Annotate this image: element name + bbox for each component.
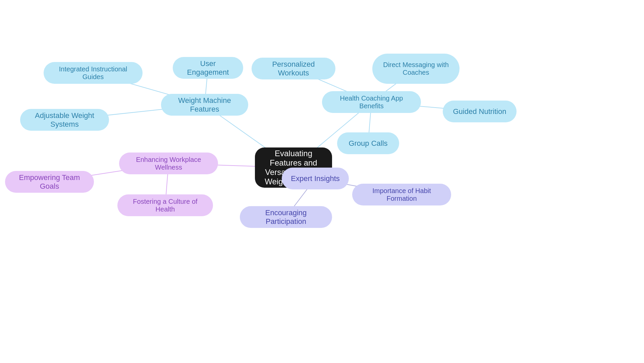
adjustable-weight-node: Adjustable Weight Systems [20,109,109,131]
user-engagement-label: User Engagement [181,59,235,77]
integrated-instructional-node: Integrated Instructional Guides [44,62,143,84]
enhancing-wellness-label: Enhancing Workplace Wellness [127,156,210,171]
integrated-instructional-label: Integrated Instructional Guides [52,65,135,81]
guided-nutrition-label: Guided Nutrition [453,107,506,116]
importance-habit-label: Importance of Habit Formation [360,187,443,202]
importance-habit-node: Importance of Habit Formation [352,184,451,205]
empowering-team-label: Empowering Team Goals [13,173,86,191]
encouraging-participation-node: Encouraging Participation [240,206,332,228]
personalized-workouts-node: Personalized Workouts [252,58,335,79]
expert-insights-node: Expert Insights [282,168,349,189]
direct-messaging-node: Direct Messaging with Coaches [372,54,460,84]
personalized-workouts-label: Personalized Workouts [260,60,327,77]
empowering-team-node: Empowering Team Goals [5,171,94,193]
direct-messaging-label: Direct Messaging with Coaches [380,61,451,76]
health-coaching-node: Health Coaching App Benefits [322,91,421,113]
adjustable-weight-label: Adjustable Weight Systems [28,111,101,129]
health-coaching-label: Health Coaching App Benefits [330,95,413,110]
guided-nutrition-node: Guided Nutrition [443,101,517,122]
encouraging-participation-label: Encouraging Participation [248,208,324,226]
fostering-culture-label: Fostering a Culture of Health [125,198,205,213]
group-calls-node: Group Calls [337,132,399,154]
user-engagement-node: User Engagement [173,57,243,79]
weight-machine-features-label: Weight Machine Features [169,96,240,114]
enhancing-wellness-node: Enhancing Workplace Wellness [119,153,218,174]
fostering-culture-node: Fostering a Culture of Health [117,194,213,216]
expert-insights-label: Expert Insights [291,174,340,183]
group-calls-label: Group Calls [348,139,387,148]
weight-machine-features-node: Weight Machine Features [161,94,248,116]
